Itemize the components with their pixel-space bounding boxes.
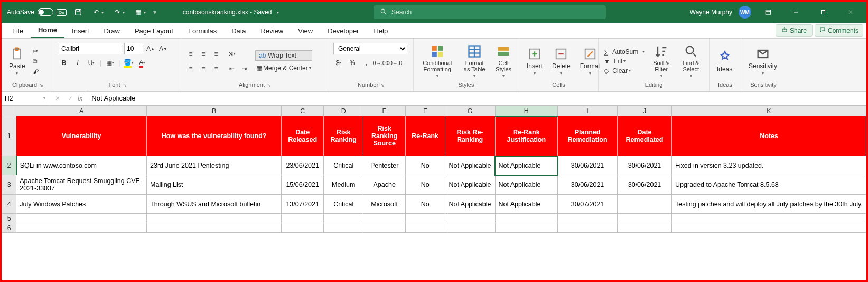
- tab-home[interactable]: Home: [31, 23, 64, 38]
- cell-B3[interactable]: Mailing List: [147, 175, 282, 195]
- increase-font-button[interactable]: A▲: [145, 43, 156, 54]
- cell-K3[interactable]: Upgraded to Apache Tomcat 8.5.68: [672, 175, 866, 195]
- font-name-select[interactable]: [59, 43, 122, 54]
- cell-H5[interactable]: [495, 214, 558, 223]
- cell-A5[interactable]: [16, 214, 147, 223]
- row-header-4[interactable]: 4: [2, 195, 16, 214]
- cell-J5[interactable]: [617, 214, 671, 223]
- cell-G6[interactable]: [445, 223, 495, 233]
- number-launcher[interactable]: ↘: [380, 82, 385, 88]
- find-select-button[interactable]: Find & Select▾: [677, 43, 705, 79]
- cell-styles-button[interactable]: Cell Styles▾: [492, 43, 515, 79]
- cell-A4[interactable]: July Windows Patches: [16, 195, 147, 214]
- align-left-button[interactable]: ≡: [185, 63, 196, 74]
- align-right-button[interactable]: ≡: [211, 63, 221, 74]
- tab-data[interactable]: Data: [224, 24, 253, 38]
- orientation-button[interactable]: ⤭▾: [227, 49, 237, 59]
- row-header-3[interactable]: 3: [2, 175, 16, 195]
- merge-center-button[interactable]: ▦ Merge & Center ▾: [255, 64, 312, 72]
- decrease-decimal-button[interactable]: .00→.0: [388, 58, 399, 68]
- cell-K6[interactable]: [672, 223, 866, 233]
- row-header-6[interactable]: 6: [2, 223, 16, 233]
- cell-H4[interactable]: Not Applicable: [495, 195, 558, 214]
- cell-D5[interactable]: [324, 214, 363, 223]
- conditional-formatting-button[interactable]: Conditional Formatting▾: [418, 43, 456, 79]
- col-header-F[interactable]: F: [405, 106, 445, 116]
- autosave-toggle[interactable]: AutoSave On: [7, 8, 67, 16]
- font-size-select[interactable]: [124, 43, 143, 54]
- formula-input[interactable]: [91, 94, 861, 102]
- bold-button[interactable]: B: [59, 58, 69, 68]
- tab-draw[interactable]: Draw: [97, 24, 127, 38]
- undo-button[interactable]: ↶▾: [90, 7, 106, 17]
- cell-D6[interactable]: [324, 223, 363, 233]
- delete-cells-button[interactable]: Delete▾: [549, 46, 574, 77]
- cell-G3[interactable]: Not Applicable: [445, 175, 495, 195]
- fill-color-button[interactable]: 🪣▾: [123, 58, 134, 68]
- decrease-font-button[interactable]: A▼: [158, 43, 169, 54]
- copy-button[interactable]: ⧉: [32, 57, 40, 66]
- increase-decimal-button[interactable]: .0→.00: [375, 58, 385, 68]
- name-box-input[interactable]: [5, 95, 31, 102]
- font-color-button[interactable]: A▾: [137, 58, 147, 68]
- font-launcher[interactable]: ↘: [123, 82, 127, 88]
- cell-A3[interactable]: Apache Tomcat Request Smuggling CVE-2021…: [16, 175, 147, 195]
- sensitivity-button[interactable]: Sensitivity▾: [745, 46, 780, 77]
- ideas-button[interactable]: Ideas: [714, 49, 735, 74]
- cell-G5[interactable]: [445, 214, 495, 223]
- save-button[interactable]: [72, 7, 85, 17]
- cut-button[interactable]: ✂: [32, 47, 40, 56]
- cell-C6[interactable]: [282, 223, 324, 233]
- format-as-table-button[interactable]: Format as Table▾: [460, 43, 489, 79]
- align-bottom-button[interactable]: ≡: [211, 49, 221, 59]
- col-header-H[interactable]: H: [495, 106, 558, 116]
- close-button[interactable]: ✕: [840, 2, 861, 23]
- row-header-2[interactable]: 2: [2, 156, 16, 175]
- insert-cells-button[interactable]: Insert▾: [524, 46, 546, 77]
- cell-J6[interactable]: [617, 223, 671, 233]
- cell-F6[interactable]: [405, 223, 445, 233]
- sort-filter-button[interactable]: Sort & Filter▾: [649, 43, 674, 79]
- clear-button[interactable]: ◇ Clear▾: [603, 67, 646, 75]
- col-header-K[interactable]: K: [672, 106, 866, 116]
- fx-icon[interactable]: fx: [78, 95, 82, 102]
- tab-insert[interactable]: Insert: [64, 24, 97, 38]
- col-header-C[interactable]: C: [282, 106, 324, 116]
- enter-formula-button[interactable]: ✓: [65, 93, 76, 104]
- user-avatar[interactable]: WM: [739, 6, 751, 19]
- cell-J2[interactable]: 30/06/2021: [617, 156, 671, 175]
- cell-J4[interactable]: [617, 195, 671, 214]
- cell-K2[interactable]: Fixed in version 3.23 updated.: [672, 156, 866, 175]
- tab-help[interactable]: Help: [366, 24, 395, 38]
- italic-button[interactable]: I: [72, 58, 83, 68]
- cell-D3[interactable]: Medium: [324, 175, 363, 195]
- cell-B6[interactable]: [147, 223, 282, 233]
- cell-F2[interactable]: No: [405, 156, 445, 175]
- cell-E2[interactable]: Pentester: [363, 156, 405, 175]
- col-header-B[interactable]: B: [147, 106, 282, 116]
- share-button[interactable]: Share: [776, 24, 813, 37]
- number-format-select[interactable]: General: [333, 43, 407, 54]
- autosum-button[interactable]: ∑ AutoSum ▾: [603, 48, 646, 56]
- cell-C4[interactable]: 13/07/2021: [282, 195, 324, 214]
- cell-H3[interactable]: Not Applicable: [495, 175, 558, 195]
- accounting-button[interactable]: $▾: [333, 58, 344, 68]
- cell-K5[interactable]: [672, 214, 866, 223]
- tab-file[interactable]: File: [5, 24, 31, 38]
- cell-G4[interactable]: Not Applicable: [445, 195, 495, 214]
- row-header-5[interactable]: 5: [2, 214, 16, 223]
- qat-more[interactable]: ▦▾: [132, 7, 148, 17]
- tab-formulas[interactable]: Formulas: [181, 24, 224, 38]
- cell-I3[interactable]: 30/06/2021: [558, 175, 618, 195]
- redo-button[interactable]: ↷▾: [111, 7, 127, 17]
- align-middle-button[interactable]: ≡: [198, 49, 209, 59]
- tab-developer[interactable]: Developer: [320, 24, 366, 38]
- col-header-J[interactable]: J: [617, 106, 671, 116]
- cell-E6[interactable]: [363, 223, 405, 233]
- minimize-button[interactable]: [785, 2, 806, 23]
- border-button[interactable]: ▦▾: [105, 58, 115, 68]
- cell-D2[interactable]: Critical: [324, 156, 363, 175]
- maximize-button[interactable]: [813, 2, 834, 23]
- comments-button[interactable]: Comments: [815, 24, 863, 37]
- row-header-1[interactable]: 1: [2, 116, 16, 156]
